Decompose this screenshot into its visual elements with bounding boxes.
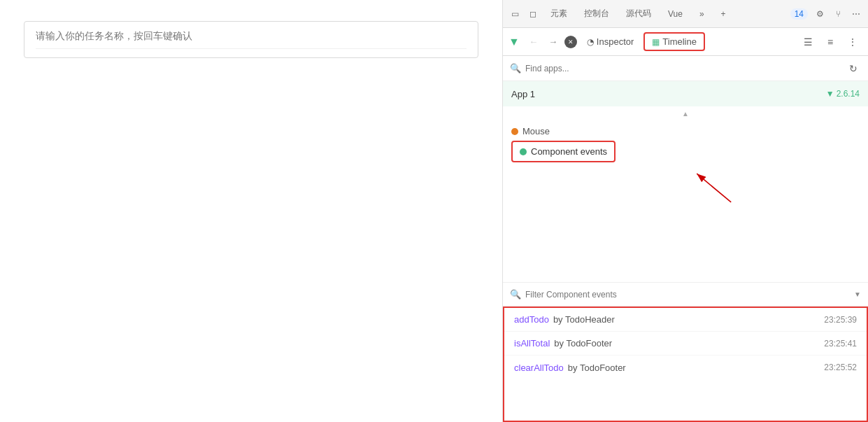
find-apps-bar: 🔍 ↻ — [503, 56, 868, 81]
console-tab[interactable]: 控制台 — [578, 5, 615, 22]
mouse-header: Mouse — [511, 126, 860, 136]
inspector-icon: ◔ — [587, 37, 594, 47]
event-by: by TodoHeader — [553, 314, 824, 325]
event-row[interactable]: addTodo by TodoHeader 23:25:39 — [504, 308, 867, 332]
chevron-down-icon: ▼ — [854, 290, 861, 298]
timeline-icon: ▦ — [652, 37, 660, 47]
event-row[interactable]: isAllTotal by TodoFooter 23:25:41 — [504, 332, 867, 356]
filter-bar: 🔍 ▼ — [503, 283, 868, 307]
event-time: 23:25:52 — [824, 363, 857, 372]
app-row[interactable]: App 1 ▼ 2.6.14 — [503, 81, 868, 106]
branch-icon[interactable]: ⑂ — [832, 8, 844, 20]
todo-input[interactable] — [36, 30, 467, 41]
layers-icon[interactable]: ☰ — [798, 32, 818, 52]
event-name: clearAllTodo — [514, 363, 564, 373]
event-row[interactable]: clearAllTodo by TodoFooter 23:25:52 — [504, 356, 867, 379]
app-panel — [0, 0, 502, 422]
mouse-section: Mouse Component events — [503, 120, 868, 168]
green-dot — [520, 148, 527, 155]
event-name: addTodo — [514, 314, 549, 325]
input-divider — [36, 48, 467, 49]
timeline-content: Mouse Component events — [503, 120, 868, 282]
devtools-panel: ▭ ◻ 元素 控制台 源代码 Vue » + 14 ⚙ ⑂ ⋯ ▼ ← → ✕ … — [502, 0, 868, 422]
more-tabs[interactable]: » — [694, 6, 710, 22]
elements-tab[interactable]: 元素 — [545, 5, 573, 22]
vue-tab[interactable]: Vue — [662, 6, 688, 22]
scroll-hint: ▲ — [503, 106, 868, 120]
events-list: addTodo by TodoHeader 23:25:39 isAllTota… — [503, 307, 868, 422]
device-icon[interactable]: ◻ — [527, 8, 539, 20]
find-apps-input[interactable] — [525, 64, 841, 73]
event-time: 23:25:41 — [824, 339, 857, 349]
todo-input-container — [24, 21, 478, 58]
inspector-tab[interactable]: ◔ Inspector — [580, 34, 641, 50]
inspector-label: Inspector — [597, 36, 634, 47]
event-by: by TodoFooter — [554, 338, 824, 349]
browser-devtools-topbar: ▭ ◻ 元素 控制台 源代码 Vue » + 14 ⚙ ⑂ ⋯ — [503, 0, 868, 28]
vue-version-icon: ▼ — [826, 89, 834, 99]
arrow-overlay — [503, 168, 868, 282]
timeline-tab[interactable]: ▦ Timeline — [643, 32, 705, 51]
app-name: App 1 — [511, 89, 535, 99]
event-time: 23:25:39 — [824, 315, 857, 325]
component-events-box[interactable]: Component events — [511, 141, 616, 162]
component-events-label: Component events — [531, 146, 607, 157]
bottom-half: 🔍 ▼ addTodo by TodoHeader 23:25:39 isAll… — [503, 282, 868, 422]
back-button[interactable]: ← — [525, 34, 542, 50]
event-by: by TodoFooter — [568, 363, 824, 373]
screen-icon[interactable]: ▭ — [508, 8, 521, 20]
search-icon: 🔍 — [510, 63, 521, 73]
filter-search-icon: 🔍 — [510, 289, 521, 300]
stop-icon: ✕ — [564, 36, 577, 48]
app-version: ▼ 2.6.14 — [826, 89, 860, 99]
filter-input[interactable] — [525, 290, 850, 300]
event-name: isAllTotal — [514, 338, 550, 349]
badge: 14 — [790, 8, 808, 20]
list-icon[interactable]: ≡ — [820, 32, 840, 52]
mouse-dot — [511, 128, 518, 135]
mouse-label: Mouse — [522, 126, 550, 136]
forward-button[interactable]: → — [545, 34, 562, 50]
vue-logo: ▼ — [508, 36, 520, 48]
annotation-arrow — [503, 168, 868, 282]
refresh-icon[interactable]: ↻ — [846, 61, 861, 76]
settings-icon[interactable]: ⚙ — [813, 8, 826, 20]
more-options-icon[interactable]: ⋯ — [850, 8, 862, 20]
add-tab[interactable]: + — [716, 6, 732, 22]
content-area: 🔍 ↻ App 1 ▼ 2.6.14 ▲ Mouse — [503, 56, 868, 422]
timeline-label: Timeline — [662, 36, 697, 47]
svg-line-1 — [697, 174, 731, 202]
vue-devtools-toolbar: ▼ ← → ✕ ◔ Inspector ▦ Timeline ☰ ≡ ⋮ — [503, 28, 868, 56]
more-icon[interactable]: ⋮ — [843, 32, 862, 52]
sources-tab[interactable]: 源代码 — [620, 5, 657, 22]
